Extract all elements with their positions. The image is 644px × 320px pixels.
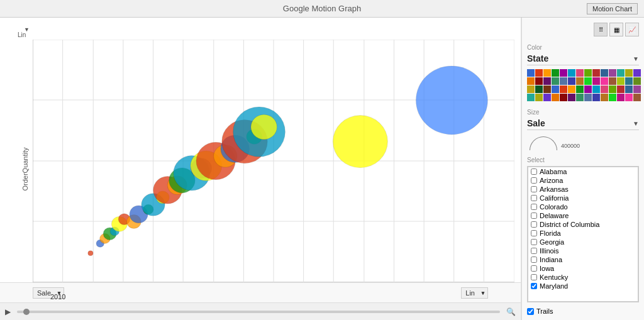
select-item[interactable]: Illinois [528,246,638,255]
play-button[interactable]: ▶ [5,307,11,316]
svg-point-68 [416,66,487,135]
svg-point-66 [251,114,277,140]
trails-checkbox[interactable] [527,308,534,315]
select-item[interactable]: District of Columbia [528,220,638,229]
right-panel: ⠿ ▦ 📈 Color State ▼ Size Sale ▼ 400000 S… [521,18,644,320]
select-item[interactable]: Iowa [528,264,638,273]
select-item[interactable]: Georgia [528,238,638,246]
bar-chart-icon[interactable]: ▦ [609,23,623,36]
color-dropdown[interactable]: State ▼ [527,53,639,65]
trails-row: Trails [527,307,639,315]
select-item[interactable]: Delaware [528,211,638,220]
select-item[interactable]: Colorado [528,202,638,211]
size-arrow-icon: ▼ [633,120,639,127]
bubbles-svg [33,40,514,282]
size-dropdown[interactable]: Sale ▼ [527,118,639,130]
y-lin-label: Lin [18,31,26,38]
select-item[interactable]: Kentucky [528,273,638,282]
year-label: 2010 [50,293,65,301]
select-item[interactable]: Indiana [528,255,638,264]
svg-point-67 [333,116,387,168]
select-item[interactable]: Arizona [528,176,638,185]
top-bar: Google Motion Graph Motion Chart [0,0,644,18]
select-item[interactable]: Maryland [528,282,638,290]
page-title: Google Motion Graph [217,4,428,13]
slider-thumb[interactable] [23,309,30,315]
slider-track[interactable] [17,311,500,313]
chart-type-icons: ⠿ ▦ 📈 [527,23,639,36]
size-arc-shape [530,136,557,150]
x-lin-dropdown[interactable]: Lin▼ [461,287,488,299]
select-item[interactable]: Florida [528,229,638,238]
select-label: Select [527,157,639,163]
color-arrow-icon: ▼ [633,55,639,62]
select-item[interactable]: California [528,194,638,202]
motion-chart-button[interactable]: Motion Chart [587,3,638,14]
scatter-chart-icon[interactable]: ⠿ [594,23,608,36]
size-label: Size [527,109,639,116]
color-value: State [527,53,548,63]
trails-label: Trails [536,307,553,315]
size-value: Sale [527,118,545,128]
select-list: AlabamaArizonaArkansasCaliforniaColorado… [527,166,639,302]
color-label: Color [527,44,639,51]
zoom-icon[interactable]: 🔍 [506,307,516,316]
y-axis-label: OrderQuantity [21,147,29,190]
size-arc-container: 400000 [530,136,639,150]
select-item[interactable]: Arkansas [528,185,638,194]
color-palette [527,69,639,101]
select-item[interactable]: Alabama [528,167,638,176]
svg-point-42 [88,251,93,256]
playback-bar: ▶ 2010 🔍 [0,302,521,320]
chart-area: OrderQuantity ▼ Lin [0,18,521,320]
line-chart-icon[interactable]: 📈 [625,23,639,36]
size-number: 400000 [561,143,580,149]
